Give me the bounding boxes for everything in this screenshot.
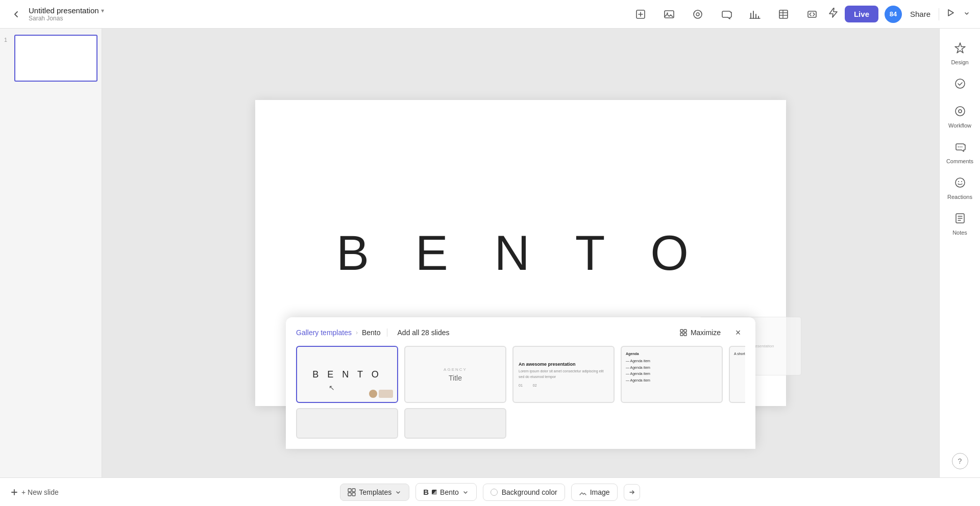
table-button[interactable] xyxy=(774,5,793,23)
bento-title: B E N T O xyxy=(336,225,705,281)
template-slide-bento[interactable]: B E N T O ↖ xyxy=(296,346,398,403)
svg-point-3 xyxy=(694,10,702,18)
topbar-left: Untitled presentation ▾ Sarah Jonas xyxy=(8,6,625,22)
comments-icon xyxy=(954,141,966,156)
template-slides-row: B E N T O ↖ AGENCY Title xyxy=(296,346,745,403)
presentation-title[interactable]: Untitled presentation ▾ xyxy=(29,6,104,15)
embed-button[interactable] xyxy=(803,5,821,23)
canvas-area[interactable]: B E N T O An awesome presentation Galler… xyxy=(102,29,939,477)
svg-rect-12 xyxy=(680,333,683,336)
bento-theme-selector[interactable]: B Bento xyxy=(415,483,476,501)
check-panel-button[interactable] xyxy=(942,72,978,98)
color-swatch xyxy=(491,489,498,496)
slide-item-1[interactable]: 1 xyxy=(4,35,97,82)
background-color-button[interactable]: Background color xyxy=(483,484,565,501)
svg-rect-10 xyxy=(680,330,683,332)
reactions-icon xyxy=(954,176,966,192)
svg-rect-11 xyxy=(684,330,687,332)
svg-point-4 xyxy=(696,13,699,16)
share-button[interactable]: Share xyxy=(908,10,933,18)
template-slide-row2-1[interactable] xyxy=(296,408,398,439)
right-panel: Design Workflow xyxy=(939,29,980,477)
slides-panel: 1 xyxy=(0,29,102,477)
breadcrumb-separator: › xyxy=(356,329,358,336)
svg-point-20 xyxy=(955,178,965,187)
notes-icon xyxy=(954,212,966,227)
bento-b-icon: B xyxy=(423,488,429,496)
sep xyxy=(387,328,387,337)
slide-number: 1 xyxy=(4,37,11,43)
svg-rect-5 xyxy=(779,10,788,18)
bottom-bar: + New slide Templates B Bento Background… xyxy=(0,477,980,506)
svg-rect-27 xyxy=(352,493,355,496)
shape-button[interactable] xyxy=(689,5,707,23)
workflow-label: Workflow xyxy=(948,122,971,129)
title-chevron-icon: ▾ xyxy=(101,7,104,14)
svg-point-22 xyxy=(961,181,962,182)
svg-point-2 xyxy=(667,12,668,14)
back-button[interactable] xyxy=(8,6,24,22)
topbar: Untitled presentation ▾ Sarah Jonas xyxy=(0,0,980,29)
live-button[interactable]: Live xyxy=(845,6,878,22)
chart-button[interactable] xyxy=(746,5,764,23)
help-button[interactable]: ? xyxy=(952,453,968,469)
more-options-button[interactable] xyxy=(624,484,640,500)
svg-point-18 xyxy=(960,146,961,147)
play-button[interactable] xyxy=(945,8,955,20)
maximize-button[interactable]: Maximize xyxy=(679,328,721,337)
svg-point-14 xyxy=(955,79,965,88)
check-icon xyxy=(954,78,966,93)
svg-rect-26 xyxy=(348,493,351,496)
add-all-slides-button[interactable]: Add all 28 slides xyxy=(398,328,450,337)
template-slide-short[interactable]: A short, me... xyxy=(729,346,745,403)
svg-rect-25 xyxy=(352,489,355,492)
breadcrumb-bento: Bento xyxy=(362,328,381,337)
image-button[interactable] xyxy=(660,5,678,23)
more-button[interactable] xyxy=(962,8,972,20)
template-panel-header: Gallery templates › Bento Add all 28 sli… xyxy=(296,317,745,346)
design-label: Design xyxy=(951,59,968,65)
comments-label: Comments xyxy=(946,158,973,164)
templates-button[interactable]: Templates xyxy=(340,484,409,501)
new-slide-button[interactable]: + New slide xyxy=(10,488,59,496)
lightning-button[interactable] xyxy=(827,7,839,21)
template-panel: Gallery templates › Bento Add all 28 sli… xyxy=(286,317,755,449)
svg-point-15 xyxy=(955,107,965,116)
title-block: Untitled presentation ▾ Sarah Jonas xyxy=(29,6,104,22)
slide-thumbnail[interactable] xyxy=(14,35,97,82)
template-slides-row2 xyxy=(296,408,745,439)
main-layout: 1 B E N T O An awesome presentation Gall… xyxy=(0,29,980,477)
svg-point-16 xyxy=(959,110,962,113)
svg-rect-13 xyxy=(684,333,687,336)
workflow-icon xyxy=(954,105,966,120)
comments-panel-button[interactable]: Comments xyxy=(942,136,978,169)
svg-rect-24 xyxy=(348,489,351,492)
breadcrumb-gallery[interactable]: Gallery templates xyxy=(296,328,352,337)
design-icon xyxy=(954,42,966,57)
template-slide-awesome[interactable]: An awesome presentation Lorem ipsum dolo… xyxy=(512,346,615,403)
bento-dot-icon xyxy=(432,490,437,495)
insert-button[interactable] xyxy=(631,5,650,23)
template-slide-row2-2[interactable] xyxy=(404,408,506,439)
annotation-button[interactable] xyxy=(717,5,736,23)
svg-point-17 xyxy=(958,146,959,147)
reactions-panel-button[interactable]: Reactions xyxy=(942,171,978,205)
template-slide-agenda[interactable]: Agenda — Agenda item — Agenda item — Age… xyxy=(621,346,723,403)
svg-point-19 xyxy=(961,146,962,147)
avatar[interactable]: 84 xyxy=(885,6,902,23)
template-slide-title[interactable]: AGENCY Title xyxy=(404,346,506,403)
svg-point-21 xyxy=(958,181,959,182)
topbar-right: Live 84 Share xyxy=(827,6,972,23)
close-template-panel-button[interactable]: × xyxy=(731,325,745,340)
notes-panel-button[interactable]: Notes xyxy=(942,207,978,241)
toolbar xyxy=(631,5,821,23)
user-name: Sarah Jonas xyxy=(29,15,104,22)
design-panel-button[interactable]: Design xyxy=(942,37,978,70)
workflow-panel-button[interactable]: Workflow xyxy=(942,100,978,134)
image-option-button[interactable]: Image xyxy=(571,484,618,501)
notes-label: Notes xyxy=(952,230,967,236)
divider xyxy=(939,8,939,20)
reactions-label: Reactions xyxy=(947,194,972,200)
